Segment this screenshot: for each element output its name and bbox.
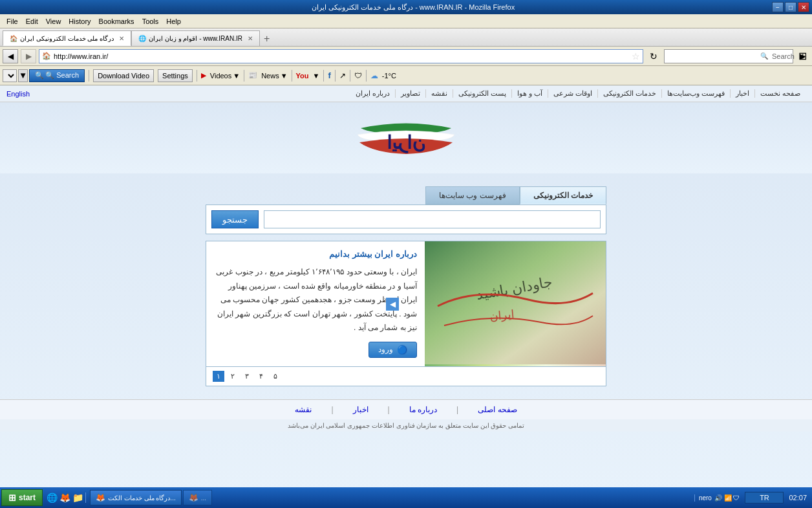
nav-weather[interactable]: آب و هوا [512, 89, 548, 98]
news-icon: 📰 [248, 71, 257, 80]
nav-about[interactable]: درباره ایران [350, 89, 396, 98]
bottom-nav-news[interactable]: اخبار [353, 405, 369, 414]
bottom-nav-sep-3: | [331, 405, 333, 414]
taskbar-lang: TR [745, 492, 784, 503]
start-button[interactable]: ⊞ start [1, 489, 43, 506]
start-label: start [19, 493, 36, 502]
tab-close-1[interactable]: ✕ [248, 35, 253, 42]
pagination: ۱ ۲ ۳ ۴ ۵ [206, 367, 606, 386]
tab-websitelist[interactable]: فهرست وب سایت‌ها [425, 186, 520, 204]
news-dropdown[interactable]: News ▼ [261, 72, 287, 80]
settings-btn[interactable]: Settings [158, 69, 193, 82]
tab-eservices[interactable]: خدمات الکترونیکی [520, 186, 606, 204]
nav-websitelist[interactable]: فهرست وب‌سایت‌ها [662, 89, 731, 98]
search-box-area: جستجو [206, 204, 606, 234]
menu-file[interactable]: File [3, 16, 22, 27]
bottom-nav-about[interactable]: درباره ما [409, 405, 437, 414]
nav-email[interactable]: پست الکترونیکی [453, 89, 512, 98]
address-input-wrap: 🏠 ☆ [39, 49, 643, 63]
info-arrow[interactable]: ◀ [386, 298, 399, 311]
firefox-icon[interactable]: 🦊 [59, 492, 70, 503]
toolbar-search-select[interactable] [3, 69, 17, 82]
page-5[interactable]: ۵ [270, 371, 281, 382]
toolbar-sep-1 [89, 70, 89, 82]
search-main-btn[interactable]: جستجو [211, 210, 259, 228]
nav-map[interactable]: نقشه [426, 89, 453, 98]
search-label: Search [769, 52, 797, 60]
nav-eservices[interactable]: خدمات الکترونیکی [598, 89, 662, 98]
close-btn[interactable]: ✕ [798, 2, 809, 12]
toolbar-sep-6 [335, 70, 336, 82]
menu-tools[interactable]: Tools [138, 16, 163, 27]
tab-1[interactable]: 🌐 اقوام و زبان ایران - www.IRAN.IR ✕ [131, 30, 260, 46]
minimize-btn[interactable]: − [772, 2, 784, 12]
taskbar: ⊞ start 🌐 🦊 📁 🦊 درگاه ملی خدمات الکت... … [0, 487, 812, 508]
youtube-logo: You [296, 72, 309, 80]
tab-label-0: درگاه ملی خدمات الکترونیکی ایران [20, 35, 114, 42]
logo-container: ایران [341, 115, 471, 167]
search-main-input[interactable] [264, 210, 601, 228]
taskbar-window-label-1: ... [201, 494, 206, 502]
toolbar-search-btn[interactable]: 🔍 🔍 Search [29, 69, 85, 82]
menu-edit[interactable]: Edit [22, 16, 42, 27]
page-3[interactable]: ۳ [241, 371, 253, 382]
bottom-nav-home[interactable]: صفحه اصلی [478, 405, 517, 414]
folder-icon[interactable]: 📁 [72, 492, 83, 503]
back-btn[interactable]: ◀ [3, 49, 18, 63]
weather-icon: ☁ [370, 71, 378, 80]
bookmark-star-icon[interactable]: ☆ [632, 51, 640, 61]
taskbar-window-1[interactable]: 🦊 ... [183, 490, 212, 505]
toolbar: ▼ 🔍 🔍 Search Download Video Settings ▶ V… [0, 66, 812, 85]
english-link[interactable]: English [6, 90, 30, 98]
window-icon-0: 🦊 [96, 493, 105, 502]
info-image-svg: جاودان باشید ایران [425, 241, 606, 364]
nav-news[interactable]: اخبار [731, 89, 755, 98]
toolbar-search-area: ▼ 🔍 🔍 Search [3, 69, 85, 82]
tab-0[interactable]: 🏠 درگاه ملی خدمات الکترونیکی ایران ✕ [3, 30, 131, 46]
toolbar-sep-5 [323, 70, 324, 82]
addressbar: ◀ ▶ 🏠 ☆ ↻ 🔍 Search ▶ ⊞ [0, 47, 812, 66]
bottom-nav-map[interactable]: نقشه [295, 405, 312, 414]
menu-history[interactable]: History [65, 16, 94, 27]
toolbar-search-arrow[interactable]: ▼ [18, 69, 28, 82]
menu-help[interactable]: Help [162, 16, 185, 27]
logo-area: ایران [0, 102, 812, 173]
share-icon: ↗ [339, 71, 346, 80]
taskbar-window-label-0: درگاه ملی خدمات الکت... [108, 494, 176, 502]
nav-prayer-times[interactable]: اوقات شرعی [548, 89, 598, 98]
download-video-btn[interactable]: Download Video [93, 69, 154, 82]
forward-btn[interactable]: ▶ [21, 49, 36, 63]
bottom-nav-sep-1: | [456, 405, 458, 414]
temperature-display: -1°C [382, 72, 396, 80]
new-tab-btn[interactable]: + [260, 32, 273, 46]
taskbar-window-0[interactable]: 🦊 درگاه ملی خدمات الکت... [90, 490, 182, 505]
toolbar-sep-7 [350, 70, 350, 82]
info-card: جاودان باشید ایران ◀ درباره ایران بیشتر … [206, 241, 606, 367]
nav-gallery[interactable]: تصاویر [396, 89, 426, 98]
youtube-icon: ▶ [201, 72, 206, 79]
facebook-icon: f [328, 71, 330, 80]
search-section: فهرست وب سایت‌ها خدمات الکترونیکی جستجو [206, 186, 606, 234]
toolbar-sep-4 [292, 70, 292, 82]
menu-view[interactable]: View [42, 16, 65, 27]
page-1[interactable]: ۱ [213, 371, 224, 382]
menu-bookmarks[interactable]: Bookmarks [95, 16, 138, 27]
titlebar: درگاه ملی خدمات الکترونیکی ایران - www.I… [0, 0, 812, 14]
nav-home[interactable]: صفحه نخست [755, 89, 806, 98]
toolbar-sep-2 [197, 70, 197, 82]
toolbar-sep-8 [366, 70, 367, 82]
maximize-page-btn[interactable]: ⊞ [796, 50, 809, 62]
maximize-btn[interactable]: □ [785, 2, 796, 12]
tab-close-0[interactable]: ✕ [119, 35, 124, 42]
ie-icon[interactable]: 🌐 [47, 492, 57, 503]
videos-chevron-icon: ▼ [233, 72, 240, 80]
info-enter-btn[interactable]: 🔵 ورود [369, 342, 417, 358]
page-2[interactable]: ۲ [227, 371, 239, 382]
reload-btn[interactable]: ↻ [646, 51, 661, 61]
videos-label: Videos [210, 72, 231, 80]
address-input[interactable] [54, 52, 632, 60]
browser-search-input[interactable] [665, 52, 759, 60]
videos-dropdown[interactable]: Videos ▼ [210, 72, 240, 80]
page-4[interactable]: ۴ [255, 371, 267, 382]
window-title: درگاه ملی خدمات الکترونیکی ایران - www.I… [54, 3, 772, 12]
